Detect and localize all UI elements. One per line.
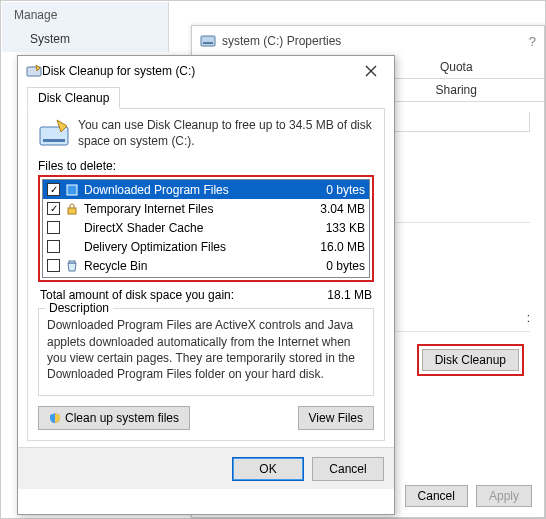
item-name: DirectX Shader Cache <box>84 221 301 235</box>
svg-rect-6 <box>67 185 77 195</box>
list-item[interactable]: ✓Temporary Internet Files3.04 MB <box>43 199 369 218</box>
item-size: 16.0 MB <box>305 240 365 254</box>
description-label: Description <box>45 301 113 315</box>
disk-cleanup-dialog: Disk Cleanup for system (C:) Disk Cleanu… <box>17 55 395 515</box>
item-size: 3.04 MB <box>305 202 365 216</box>
view-files-button[interactable]: View Files <box>298 406 374 430</box>
list-item[interactable]: Recycle Bin0 bytes <box>43 256 369 275</box>
ok-button[interactable]: OK <box>232 457 304 481</box>
bin-icon <box>64 258 80 274</box>
shield-icon <box>49 412 61 424</box>
cleanup-title-icon <box>26 63 42 79</box>
item-name: Temporary Internet Files <box>84 202 301 216</box>
properties-titlebar[interactable]: system (C:) Properties ? <box>192 26 544 56</box>
lock-icon <box>64 201 80 217</box>
item-name: Recycle Bin <box>84 259 301 273</box>
close-icon <box>365 65 377 77</box>
list-item[interactable]: DirectX Shader Cache133 KB <box>43 218 369 237</box>
close-button[interactable] <box>354 59 388 83</box>
drive-icon <box>200 33 216 49</box>
total-label: Total amount of disk space you gain: <box>40 288 234 302</box>
dialog-titlebar[interactable]: Disk Cleanup for system (C:) <box>18 56 394 86</box>
ribbon: Manage System <box>2 2 169 52</box>
ribbon-manage-tab[interactable]: Manage <box>14 8 57 22</box>
file-icon <box>64 182 80 198</box>
list-item[interactable]: ✓Downloaded Program Files0 bytes <box>43 180 369 199</box>
svg-rect-5 <box>43 139 65 142</box>
cleanup-system-files-button[interactable]: Clean up system files <box>38 406 190 430</box>
svg-rect-8 <box>69 261 75 263</box>
properties-title: system (C:) Properties <box>222 34 341 48</box>
svg-rect-1 <box>203 42 213 44</box>
blank-icon <box>64 239 80 255</box>
files-to-delete-label: Files to delete: <box>38 159 374 173</box>
checkbox[interactable] <box>47 240 60 253</box>
ribbon-system-label[interactable]: System <box>30 32 70 46</box>
checkbox[interactable]: ✓ <box>47 183 60 196</box>
checkbox[interactable] <box>47 259 60 272</box>
intro-text: You can use Disk Cleanup to free up to 3… <box>78 117 374 149</box>
item-name: Downloaded Program Files <box>84 183 301 197</box>
disk-cleanup-highlight: Disk Cleanup <box>417 344 524 376</box>
dialog-title: Disk Cleanup for system (C:) <box>42 64 195 78</box>
props-apply-button[interactable]: Apply <box>476 485 532 507</box>
blank-icon <box>64 220 80 236</box>
item-size: 133 KB <box>305 221 365 235</box>
cleanup-big-icon <box>38 117 70 149</box>
svg-rect-0 <box>201 36 215 46</box>
cancel-button[interactable]: Cancel <box>312 457 384 481</box>
item-size: 0 bytes <box>305 259 365 273</box>
filelist-highlight: ✓Downloaded Program Files0 bytes✓Tempora… <box>38 175 374 282</box>
checkbox[interactable] <box>47 221 60 234</box>
item-size: 0 bytes <box>305 183 365 197</box>
svg-rect-7 <box>68 208 76 214</box>
disk-cleanup-button[interactable]: Disk Cleanup <box>422 349 519 371</box>
files-listbox[interactable]: ✓Downloaded Program Files0 bytes✓Tempora… <box>42 179 370 278</box>
tab-disk-cleanup[interactable]: Disk Cleanup <box>27 87 120 109</box>
props-cancel-button[interactable]: Cancel <box>405 485 468 507</box>
item-name: Delivery Optimization Files <box>84 240 301 254</box>
description-text: Downloaded Program Files are ActiveX con… <box>47 317 365 387</box>
checkbox[interactable]: ✓ <box>47 202 60 215</box>
total-value: 18.1 MB <box>327 288 372 302</box>
minimize-hint: ? <box>529 34 536 49</box>
list-item[interactable]: Delivery Optimization Files16.0 MB <box>43 237 369 256</box>
